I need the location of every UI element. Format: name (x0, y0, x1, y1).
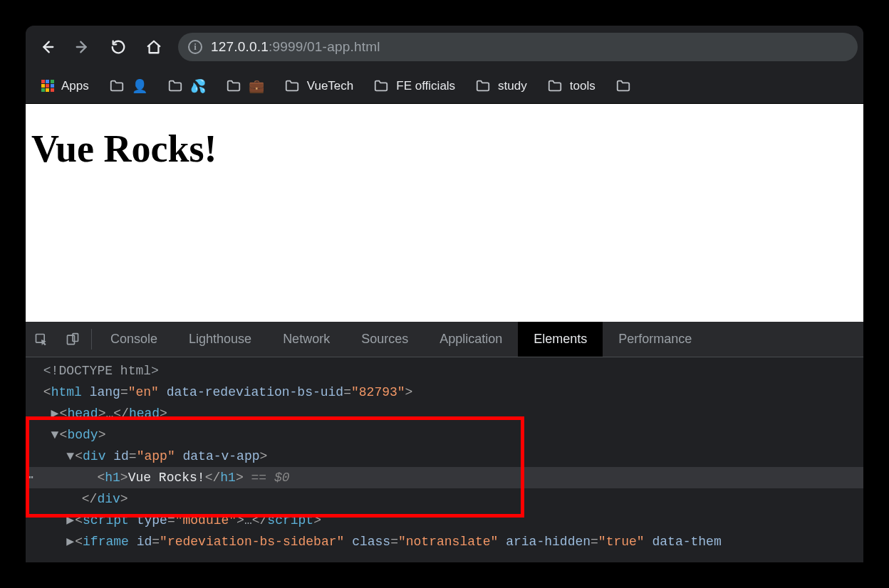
bookmark-folder-vuetech[interactable]: VueTech (276, 74, 363, 98)
back-button[interactable] (31, 31, 63, 63)
bookmark-label: VueTech (307, 79, 354, 93)
tree-h1-selected[interactable]: ⋯ <h1>Vue Rocks!</h1> == $0 (26, 467, 863, 488)
bookmark-folder-3[interactable]: 💼 (217, 74, 273, 98)
tab-performance[interactable]: Performance (603, 322, 707, 357)
folder-icon (547, 78, 563, 94)
bookmark-label: FE officials (396, 79, 455, 93)
bookmark-folder-overflow[interactable] (607, 74, 640, 98)
devtools-tabs: Console Lighthouse Network Sources Appli… (26, 322, 863, 357)
bookmark-folder-study[interactable]: study (467, 74, 536, 98)
tree-head[interactable]: ▶<head>…</head> (26, 403, 863, 424)
folder-icon (373, 78, 389, 94)
folder-icon (167, 78, 183, 94)
bookmark-emoji: 💦 (190, 78, 206, 94)
folder-icon (615, 78, 631, 94)
tree-doctype[interactable]: <!DOCTYPE html> (26, 360, 863, 382)
omnibox[interactable]: i 127.0.0.1:9999/01-app.html (178, 33, 858, 61)
apps-label: Apps (61, 79, 89, 93)
page-heading: Vue Rocks! (31, 127, 858, 171)
tree-div-close[interactable]: </div> (26, 488, 863, 510)
apps-button[interactable]: Apps (33, 75, 98, 98)
forward-button[interactable] (67, 31, 98, 63)
tree-iframe[interactable]: ▶<iframe id="redeviation-bs-sidebar" cla… (26, 531, 863, 552)
home-button[interactable] (138, 31, 170, 63)
tree-div-app[interactable]: ▼<div id="app" data-v-app> (26, 446, 863, 467)
svg-rect-4 (73, 333, 78, 341)
tab-elements[interactable]: Elements (518, 322, 603, 357)
bookmark-folder-tools[interactable]: tools (539, 74, 604, 98)
bookmark-label: study (498, 79, 527, 93)
tree-html-open[interactable]: <html lang="en" data-redeviation-bs-uid=… (26, 382, 863, 403)
url-path: :9999/01-app.html (269, 39, 380, 54)
svg-rect-3 (68, 335, 75, 345)
tab-application[interactable]: Application (424, 322, 518, 357)
inspect-element-button[interactable] (26, 322, 57, 357)
tab-network[interactable]: Network (267, 322, 345, 357)
folder-icon (475, 78, 491, 94)
bookmark-emoji: 💼 (249, 78, 264, 94)
bookmark-label: tools (570, 79, 596, 93)
browser-window: i 127.0.0.1:9999/01-app.html Apps 👤 💦 💼 … (26, 26, 863, 562)
tab-lighthouse[interactable]: Lighthouse (173, 322, 267, 357)
elements-tree[interactable]: <!DOCTYPE html> <html lang="en" data-red… (26, 357, 863, 562)
url-text: 127.0.0.1:9999/01-app.html (211, 39, 380, 55)
bookmark-folder-2[interactable]: 💦 (159, 74, 214, 98)
tab-console[interactable]: Console (95, 322, 173, 357)
folder-icon (109, 78, 125, 94)
devtools-panel: Console Lighthouse Network Sources Appli… (26, 322, 863, 562)
tree-body[interactable]: ▼<body> (26, 424, 863, 446)
divider (91, 329, 92, 350)
tab-sources[interactable]: Sources (345, 322, 424, 357)
bookmark-folder-fe-officials[interactable]: FE officials (365, 74, 464, 98)
bookmarks-bar: Apps 👤 💦 💼 VueTech FE officials study (26, 68, 863, 104)
address-toolbar: i 127.0.0.1:9999/01-app.html (26, 26, 863, 68)
site-info-icon[interactable]: i (188, 40, 202, 54)
bookmark-folder-1[interactable]: 👤 (100, 74, 156, 98)
apps-grid-icon (41, 80, 54, 93)
device-toolbar-button[interactable] (57, 322, 88, 357)
page-content: Vue Rocks! (26, 104, 863, 322)
folder-icon (226, 78, 241, 94)
tree-script[interactable]: ▶<script type="module">…</script> (26, 510, 863, 531)
url-host: 127.0.0.1 (211, 39, 269, 54)
bookmark-emoji: 👤 (132, 78, 147, 94)
folder-icon (284, 78, 300, 94)
reload-button[interactable] (103, 31, 134, 63)
